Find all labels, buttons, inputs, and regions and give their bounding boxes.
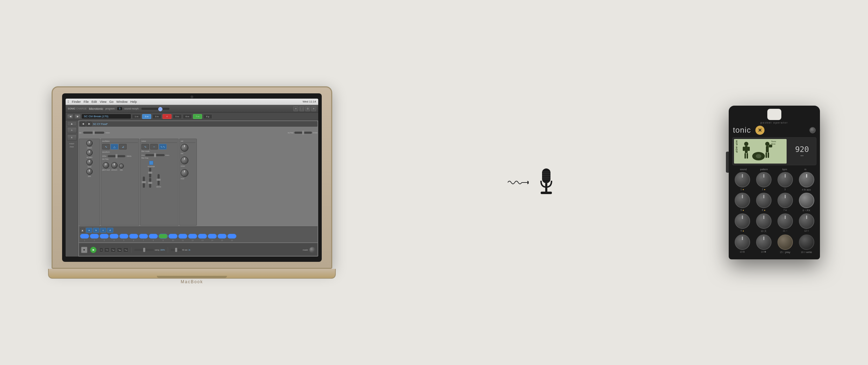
step-2[interactable]: 2 m: [142, 114, 151, 119]
swing-slider[interactable]: [134, 249, 154, 251]
menu-view[interactable]: View: [100, 100, 106, 104]
vel-noise-knob[interactable]: [181, 157, 188, 164]
vel-mod-knob[interactable]: [181, 169, 188, 177]
eq-freq-slider[interactable]: [294, 132, 312, 134]
knob-16-write[interactable]: [799, 234, 814, 250]
filter-q-slider[interactable]: [143, 177, 145, 188]
knob-10[interactable]: [756, 213, 772, 229]
step-3[interactable]: 3 m: [152, 114, 161, 119]
pad-6[interactable]: [129, 234, 138, 239]
step-8[interactable]: 8 g: [203, 114, 212, 119]
knob-sound[interactable]: [735, 172, 750, 187]
pad-14[interactable]: [208, 234, 217, 239]
pad-3[interactable]: [100, 234, 109, 239]
wave-triangle[interactable]: △: [111, 144, 118, 150]
knob-bpm[interactable]: [777, 172, 793, 187]
knob-5[interactable]: [735, 193, 750, 208]
filter-mode-3[interactable]: ∿∿: [159, 144, 167, 150]
time-half[interactable]: ½t: [104, 247, 109, 252]
knob-15-play[interactable]: [777, 234, 793, 250]
amount-knob[interactable]: [111, 162, 118, 168]
menu-go[interactable]: Go: [109, 100, 114, 104]
pad-13[interactable]: [198, 234, 207, 239]
nav-next[interactable]: ▶: [74, 114, 81, 119]
pad-15[interactable]: [218, 234, 227, 239]
time-32b[interactable]: ¹⁄₆₄: [123, 247, 128, 252]
filter-mode-2[interactable]: ∽: [150, 144, 158, 150]
pad-16[interactable]: [227, 234, 236, 239]
program-value[interactable]: 5: [117, 107, 122, 110]
knob-fx[interactable]: [799, 193, 814, 208]
seq-c-btn[interactable]: c: [100, 228, 106, 233]
pad-2[interactable]: [90, 234, 99, 239]
nav-prev[interactable]: ◀: [67, 114, 73, 119]
pad-9[interactable]: [159, 234, 168, 239]
stop-button[interactable]: [81, 247, 87, 253]
pad-11[interactable]: [178, 234, 187, 239]
pad-5[interactable]: [119, 234, 128, 239]
wave-saw[interactable]: ⊿: [119, 144, 127, 150]
knob-11[interactable]: [777, 213, 793, 229]
step-4[interactable]: 4: [162, 114, 172, 119]
seq-a-btn[interactable]: a: [86, 228, 92, 233]
step-1[interactable]: 1 m: [132, 114, 141, 119]
pad-8[interactable]: [149, 234, 158, 239]
icon-btn-4[interactable]: ✕: [311, 106, 316, 111]
knob-14[interactable]: [756, 234, 772, 250]
time-32[interactable]: ¹⁄₃₂: [117, 247, 122, 252]
decay-slider[interactable]: [149, 178, 151, 188]
play-button[interactable]: [90, 247, 96, 253]
filter-mode-1[interactable]: ∿: [141, 144, 149, 150]
pitch-mod-knob[interactable]: [103, 162, 109, 168]
pad-7[interactable]: [139, 234, 148, 239]
icon-btn-1[interactable]: ≡: [293, 106, 298, 111]
stereo-slider[interactable]: [158, 174, 160, 185]
drum-btn-b[interactable]: B: [67, 134, 77, 141]
master-knob[interactable]: [309, 247, 315, 253]
drum-btn-a[interactable]: A: [67, 127, 77, 133]
menu-edit[interactable]: Edit: [92, 100, 97, 104]
icon-btn-2[interactable]: ⋮⋮: [299, 106, 304, 111]
eq-gain-knob[interactable]: [86, 150, 93, 156]
knob-acc[interactable]: [799, 172, 814, 187]
step-7[interactable]: 7 m: [193, 114, 202, 119]
inst-nav-prev[interactable]: ◀: [80, 121, 85, 126]
seq-up-btn[interactable]: ▲: [80, 228, 85, 233]
wave-sine[interactable]: ∿: [102, 144, 110, 150]
po-top-knob[interactable]: [809, 127, 816, 133]
knob-6[interactable]: [756, 193, 772, 208]
time-16[interactable]: ¹⁄₁₆: [111, 247, 116, 252]
osc-freq-slider[interactable]: [108, 155, 125, 157]
step-6[interactable]: 6 m: [183, 114, 192, 119]
seq-b-btn[interactable]: b: [93, 228, 99, 233]
menu-window[interactable]: Window: [116, 100, 128, 104]
icon-btn-3[interactable]: ⚙: [305, 106, 310, 111]
envelope-toggle[interactable]: [149, 161, 153, 165]
attack-slider[interactable]: [149, 168, 151, 178]
knob-12[interactable]: [799, 213, 814, 229]
knob-9[interactable]: [735, 213, 750, 229]
rate-knob[interactable]: [119, 164, 124, 168]
knob-7[interactable]: [777, 193, 793, 208]
menu-finder[interactable]: Finder: [72, 100, 81, 104]
pad-10[interactable]: [168, 234, 178, 239]
seq-d-btn[interactable]: d: [107, 228, 113, 233]
vel-osc-knob[interactable]: [181, 144, 188, 152]
level-knob[interactable]: [86, 159, 93, 165]
knob-pattern[interactable]: [756, 172, 772, 187]
mix-slider[interactable]: [83, 132, 104, 134]
inst-nav-next[interactable]: ▶: [87, 121, 92, 126]
pad-1[interactable]: [80, 234, 89, 239]
pan-knob[interactable]: [86, 168, 93, 175]
pattern-name[interactable]: SC Ctrl Break (170): [82, 114, 131, 119]
knob-13[interactable]: [735, 234, 750, 250]
pad-4[interactable]: [109, 234, 119, 239]
time-whole[interactable]: 1: [99, 247, 103, 252]
morph-slider[interactable]: [141, 108, 169, 110]
menu-help[interactable]: Help: [131, 100, 137, 104]
fill-slider[interactable]: [171, 249, 181, 251]
menu-file[interactable]: File: [84, 100, 89, 104]
strip-up-btn[interactable]: ▲: [67, 121, 77, 126]
step-5[interactable]: 5 m: [173, 114, 182, 119]
distort-knob[interactable]: [86, 140, 93, 146]
